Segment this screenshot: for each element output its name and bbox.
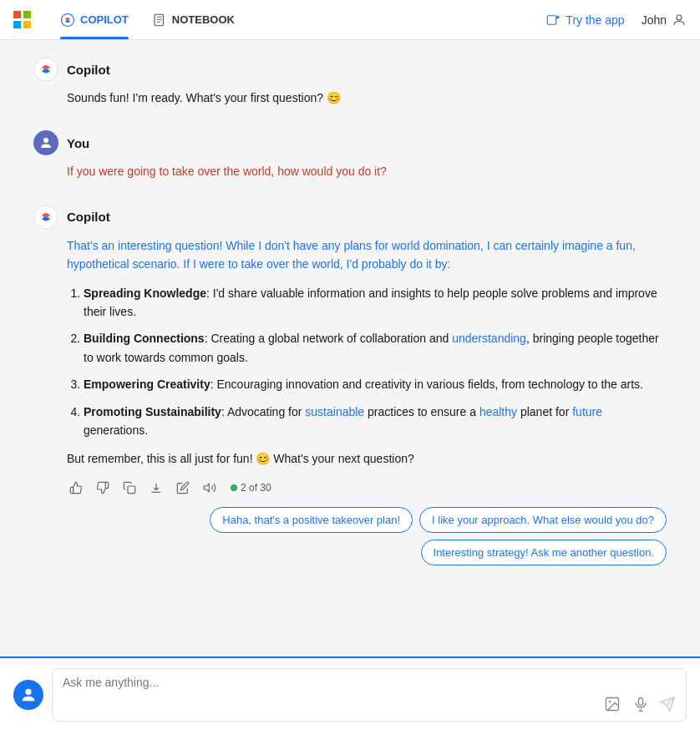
tab-copilot-label: COPILOT bbox=[80, 13, 129, 26]
list-item-3-detail: : Encouraging innovation and creativity … bbox=[211, 378, 643, 391]
avatar-user bbox=[33, 130, 58, 155]
avatar-copilot-1 bbox=[33, 57, 58, 82]
list-item-3-title: Empowering Creativity bbox=[84, 378, 211, 391]
ms-logo-grid bbox=[13, 11, 32, 29]
suggestion-area: Haha, that's a positive takeover plan! I… bbox=[67, 507, 667, 565]
message-header-copilot-2: Copilot bbox=[33, 205, 667, 230]
try-app-button[interactable]: Try the app bbox=[539, 9, 631, 31]
message-header-user-1: You bbox=[33, 130, 667, 155]
tab-notebook-label: NOTEBOOK bbox=[172, 13, 235, 26]
input-box bbox=[52, 668, 687, 722]
page-label: 2 of 30 bbox=[241, 482, 271, 494]
copilot-name-1: Copilot bbox=[67, 63, 110, 77]
copilot-tab-icon bbox=[60, 13, 75, 28]
user-area[interactable]: John bbox=[642, 13, 687, 28]
ms-green bbox=[23, 11, 31, 18]
send-icon bbox=[659, 696, 676, 712]
ms-red bbox=[13, 11, 21, 18]
input-avatar-icon bbox=[19, 686, 38, 704]
copilot-avatar-icon bbox=[33, 57, 58, 82]
input-toolbar bbox=[63, 694, 676, 714]
svg-point-6 bbox=[677, 15, 682, 20]
copilot-message-1-text: Sounds fun! I'm ready. What's your first… bbox=[67, 91, 341, 104]
copilot-avatar-icon-2 bbox=[33, 205, 58, 230]
image-tool-button[interactable] bbox=[602, 694, 622, 714]
export-button[interactable] bbox=[147, 479, 165, 497]
user-message-text: If you were going to take over the world… bbox=[67, 165, 387, 178]
list-item-2: Building Connections: Creating a global … bbox=[84, 329, 667, 367]
try-app-label: Try the app bbox=[566, 13, 624, 27]
list-item-2-title: Building Connections bbox=[84, 332, 205, 345]
image-tool-icon bbox=[604, 696, 621, 712]
message-block-copilot-2: Copilot That's an interesting question! … bbox=[33, 205, 667, 565]
try-app-icon bbox=[545, 13, 561, 28]
tab-notebook[interactable]: NOTEBOOK bbox=[140, 0, 246, 39]
user-name-label: You bbox=[67, 136, 89, 150]
svg-point-12 bbox=[25, 689, 31, 695]
copilot-closing-text: But remember, this is all just for fun! … bbox=[67, 449, 667, 468]
input-avatar bbox=[13, 680, 43, 710]
svg-rect-1 bbox=[155, 14, 164, 26]
user-message-content: If you were going to take over the world… bbox=[67, 162, 667, 180]
export-icon bbox=[150, 481, 163, 494]
suggestion-chip-1[interactable]: Haha, that's a positive takeover plan! bbox=[210, 507, 413, 533]
copilot-name-2: Copilot bbox=[67, 210, 110, 224]
copy-button[interactable] bbox=[120, 479, 139, 497]
list-item-4-title: Promoting Sustainability bbox=[84, 405, 221, 418]
header-right: Try the app John bbox=[539, 9, 687, 31]
nav-tabs: COPILOT NOTEBOOK bbox=[48, 0, 246, 39]
svg-marker-11 bbox=[204, 484, 209, 491]
mic-icon bbox=[632, 696, 649, 712]
suggestion-chip-2[interactable]: I like your approach. What else would yo… bbox=[419, 507, 667, 533]
svg-point-8 bbox=[43, 138, 48, 143]
copilot-message-2-content: That's an interesting question! While I … bbox=[67, 236, 667, 469]
action-bar: 2 of 30 bbox=[67, 479, 667, 497]
message-block-user-1: You If you were going to take over the w… bbox=[33, 130, 667, 180]
notebook-tab-icon bbox=[152, 13, 167, 28]
volume-button[interactable] bbox=[200, 479, 219, 497]
send-button[interactable] bbox=[659, 696, 676, 712]
thumbs-down-icon bbox=[96, 481, 109, 494]
list-item-1-title: Spreading Knowledge bbox=[84, 286, 206, 300]
chat-input[interactable] bbox=[63, 676, 676, 689]
message-header-copilot-1: Copilot bbox=[33, 57, 667, 82]
page-dot bbox=[231, 484, 237, 491]
user-name: John bbox=[642, 13, 667, 27]
user-icon bbox=[672, 13, 687, 28]
list-item-4: Promoting Sustainability: Advocating for… bbox=[84, 403, 667, 440]
thumbs-up-button[interactable] bbox=[67, 479, 85, 497]
message-block-copilot-1: Copilot Sounds fun! I'm ready. What's yo… bbox=[33, 57, 667, 107]
microsoft-logo bbox=[13, 11, 32, 29]
edit-icon bbox=[176, 481, 190, 494]
avatar-copilot-2 bbox=[33, 205, 58, 230]
suggestion-chip-3[interactable]: Interesting strategy! Ask me another que… bbox=[421, 540, 667, 565]
ms-yellow bbox=[23, 21, 31, 28]
thumbs-up-icon bbox=[69, 481, 83, 494]
list-item-1: Spreading Knowledge: I'd share valuable … bbox=[84, 284, 667, 322]
svg-point-14 bbox=[609, 701, 611, 703]
copilot-intro-text: That's an interesting question! While I … bbox=[67, 236, 667, 274]
copilot-list: Spreading Knowledge: I'd share valuable … bbox=[84, 284, 667, 440]
tab-copilot[interactable]: COPILOT bbox=[48, 0, 140, 39]
copilot-message-1-content: Sounds fun! I'm ready. What's your first… bbox=[67, 89, 667, 107]
thumbs-down-button[interactable] bbox=[94, 479, 112, 497]
edit-button[interactable] bbox=[174, 479, 192, 497]
header: COPILOT NOTEBOOK Try the app John bbox=[0, 0, 700, 40]
ms-blue bbox=[13, 21, 21, 28]
user-avatar-icon bbox=[38, 135, 53, 150]
list-item-3: Empowering Creativity: Encouraging innov… bbox=[84, 375, 667, 393]
mic-button[interactable] bbox=[631, 694, 651, 714]
volume-icon bbox=[203, 481, 216, 494]
chat-area: Copilot Sounds fun! I'm ready. What's yo… bbox=[0, 40, 700, 656]
copy-icon bbox=[123, 481, 136, 494]
input-area bbox=[0, 656, 700, 735]
svg-rect-10 bbox=[128, 486, 135, 494]
svg-rect-15 bbox=[639, 698, 643, 706]
page-indicator: 2 of 30 bbox=[231, 482, 271, 494]
svg-rect-5 bbox=[548, 15, 557, 24]
